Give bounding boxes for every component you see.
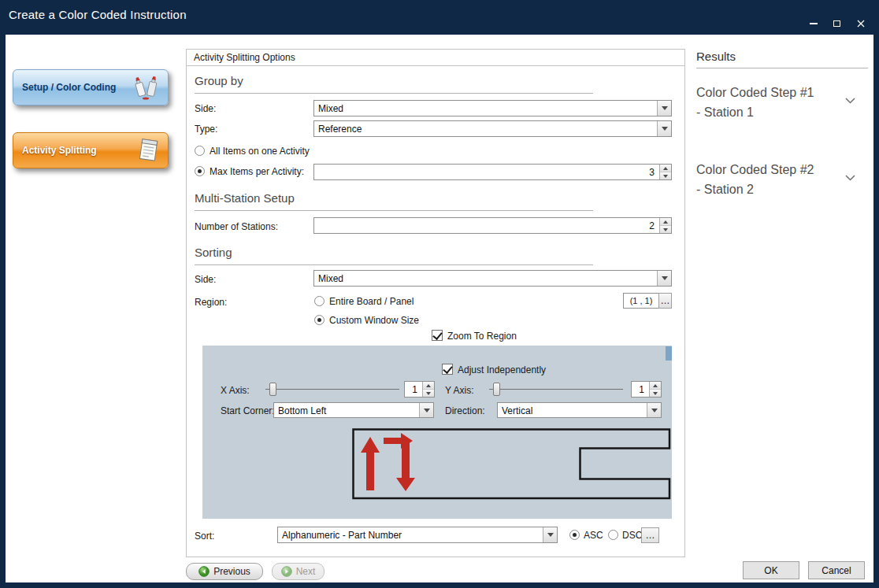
dropdown-arrow-button[interactable] — [647, 403, 661, 417]
activity-splitting-icon — [136, 137, 161, 164]
number-of-stations-value: 2 — [649, 220, 655, 231]
x-axis-slider[interactable] — [265, 383, 399, 396]
custom-window-radio[interactable] — [314, 315, 325, 325]
chevron-down-icon — [662, 276, 668, 280]
x-axis-spinner[interactable]: 1 — [404, 381, 435, 398]
dropdown-arrow-button[interactable] — [543, 527, 557, 542]
chevron-up-icon — [663, 167, 668, 170]
cancel-button-label: Cancel — [822, 565, 851, 576]
chevron-down-icon — [426, 392, 431, 395]
chevron-up-icon — [663, 220, 668, 224]
spin-up-button[interactable] — [660, 165, 671, 172]
spin-down-button[interactable] — [660, 172, 671, 179]
ok-button[interactable]: OK — [743, 561, 799, 579]
sorting-side-dropdown[interactable]: Mixed — [313, 270, 672, 287]
chevron-down-icon — [663, 228, 668, 231]
section-heading-sorting: Sorting — [195, 246, 593, 265]
minimize-button[interactable] — [807, 19, 819, 28]
direction-value: Vertical — [502, 405, 645, 416]
dropdown-arrow-button[interactable] — [419, 403, 433, 417]
region-label: Region: — [195, 297, 227, 308]
next-button[interactable]: Next — [272, 563, 325, 580]
spinner-buttons — [649, 382, 661, 397]
side-label: Side: — [195, 103, 216, 114]
sorting-side-label: Side: — [195, 274, 216, 285]
cancel-button[interactable]: Cancel — [808, 561, 865, 579]
group-by-side-dropdown[interactable]: Mixed — [313, 100, 672, 116]
dialog-window: Create a Color Coded Instruction Setup /… — [0, 0, 879, 588]
all-items-radio[interactable] — [195, 146, 205, 156]
number-of-stations-spinner[interactable]: 2 — [313, 217, 672, 234]
result-item-title[interactable]: Color Coded Step #1 — [696, 86, 814, 100]
result-item-subtitle: - Station 1 — [696, 105, 754, 120]
region-browse-button[interactable]: … — [658, 293, 672, 309]
x-axis-slider-thumb[interactable] — [269, 383, 276, 396]
y-axis-value: 1 — [639, 384, 644, 395]
sort-dropdown[interactable]: Alphanumeric - Part Number — [277, 527, 558, 543]
maximize-icon — [833, 20, 840, 27]
spin-down-button[interactable] — [423, 389, 434, 397]
zoom-to-region-checkbox[interactable] — [432, 330, 443, 341]
start-corner-dropdown[interactable]: Bottom Left — [273, 402, 434, 418]
start-corner-value: Bottom Left — [278, 405, 417, 416]
sort-dsc-radio[interactable] — [608, 530, 618, 540]
zoom-to-region-label: Zoom To Region — [447, 331, 517, 342]
max-items-value: 3 — [649, 167, 655, 178]
window-controls — [807, 19, 866, 28]
sorting-side-value: Mixed — [318, 273, 655, 284]
direction-dropdown[interactable]: Vertical — [497, 402, 662, 418]
window-title: Create a Color Coded Instruction — [9, 8, 187, 21]
options-groupbox-title: Activity Splitting Options — [187, 50, 684, 66]
sidebar-item-activity-splitting[interactable]: Activity Splitting — [13, 132, 169, 168]
chevron-down-icon — [653, 392, 658, 395]
entire-board-radio-label: Entire Board / Panel — [329, 296, 414, 307]
dropdown-arrow-button[interactable] — [657, 101, 671, 116]
group-by-type-value: Reference — [318, 124, 655, 135]
previous-icon — [198, 566, 210, 577]
chevron-down-icon — [547, 533, 554, 537]
spin-up-button[interactable] — [423, 382, 434, 389]
y-axis-slider[interactable] — [489, 383, 623, 396]
max-items-radio[interactable] — [195, 166, 205, 176]
ok-button-label: OK — [764, 565, 777, 576]
close-button[interactable] — [855, 19, 866, 28]
sidebar-item-setup-color-coding[interactable]: Setup / Color Coding — [13, 69, 169, 105]
sort-dsc-label: DSC — [622, 530, 642, 541]
scrollbar-indicator[interactable] — [666, 346, 672, 361]
maximize-button[interactable] — [831, 19, 843, 28]
region-coordinates-field[interactable]: (1 , 1) — [623, 293, 659, 309]
group-by-type-dropdown[interactable]: Reference — [313, 120, 672, 137]
previous-button-label: Previous — [213, 566, 250, 577]
y-axis-label: Y Axis: — [445, 385, 473, 396]
y-axis-spinner[interactable]: 1 — [631, 381, 662, 398]
max-items-spinner[interactable]: 3 — [313, 164, 672, 180]
spin-up-button[interactable] — [660, 218, 671, 225]
sort-asc-radio[interactable] — [569, 530, 580, 540]
board-outline-diagram — [352, 428, 671, 500]
result-item-subtitle: - Station 2 — [696, 183, 754, 197]
activity-splitting-label: Activity Splitting — [22, 145, 136, 156]
entire-board-radio[interactable] — [314, 296, 325, 306]
x-axis-label: X Axis: — [221, 385, 250, 396]
chevron-down-icon — [662, 127, 668, 131]
result-item-title[interactable]: Color Coded Step #2 — [696, 163, 814, 177]
spin-down-button[interactable] — [660, 225, 671, 233]
result-expand-chevron-icon[interactable] — [845, 98, 855, 104]
chevron-up-icon — [426, 384, 431, 387]
previous-button[interactable]: Previous — [186, 563, 263, 580]
sort-options-button[interactable]: … — [641, 527, 659, 543]
dropdown-arrow-button[interactable] — [657, 121, 671, 136]
result-expand-chevron-icon[interactable] — [845, 175, 855, 181]
direction-arrow-up — [361, 437, 380, 490]
start-corner-label: Start Corner: — [221, 405, 275, 416]
y-axis-slider-thumb[interactable] — [493, 383, 500, 396]
spin-down-button[interactable] — [650, 389, 661, 397]
number-of-stations-label: Number of Stations: — [195, 221, 278, 232]
spin-up-button[interactable] — [650, 382, 661, 389]
sort-value: Alphanumeric - Part Number — [282, 530, 541, 541]
chevron-down-icon — [662, 106, 668, 110]
dropdown-arrow-button[interactable] — [657, 271, 671, 286]
adjust-independently-checkbox[interactable] — [442, 364, 453, 375]
minimize-icon — [810, 23, 818, 24]
ellipsis-icon: … — [661, 296, 670, 305]
